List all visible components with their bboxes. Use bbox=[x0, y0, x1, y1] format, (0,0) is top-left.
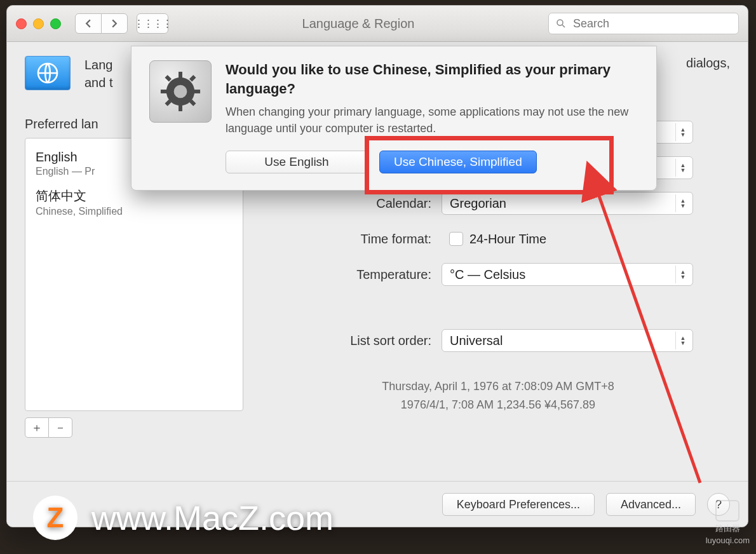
watermark: Z www.MacZ.com bbox=[33, 496, 334, 540]
temperature-row: Temperature: °C — Celsius ▲▼ bbox=[266, 259, 730, 290]
add-remove-controls: ＋ － bbox=[25, 417, 243, 438]
svg-rect-5 bbox=[179, 105, 182, 111]
stepper-arrows-icon: ▲▼ bbox=[675, 194, 690, 212]
temperature-select[interactable]: °C — Celsius ▲▼ bbox=[442, 263, 693, 286]
calendar-label: Calendar: bbox=[266, 196, 442, 211]
grid-icon: ⋮⋮⋮⋮ bbox=[133, 17, 172, 30]
search-field[interactable] bbox=[548, 13, 739, 34]
stepper-arrows-icon: ▲▼ bbox=[675, 332, 690, 349]
temperature-label: Temperature: bbox=[266, 267, 442, 282]
advanced-button[interactable]: Advanced... bbox=[606, 493, 696, 516]
back-button[interactable] bbox=[75, 13, 102, 34]
show-all-button[interactable]: ⋮⋮⋮⋮ bbox=[137, 13, 168, 34]
list-sort-row: List sort order: Universal ▲▼ bbox=[266, 325, 730, 356]
close-window-button[interactable] bbox=[16, 18, 27, 29]
intro-text-right: dialogs, bbox=[686, 56, 730, 71]
stepper-arrows-icon: ▲▼ bbox=[675, 266, 690, 283]
calendar-select[interactable]: Gregorian ▲▼ bbox=[442, 192, 693, 215]
system-preferences-icon bbox=[149, 60, 212, 123]
example-line-2: 1976/4/1, 7:08 AM 1,234.56 ¥4,567.89 bbox=[266, 396, 730, 414]
stepper-arrows-icon: ▲▼ bbox=[675, 123, 690, 141]
gear-icon bbox=[157, 68, 204, 115]
corner-watermark-sub: luyouqi.com bbox=[706, 536, 750, 545]
time-format-row: Time format: 24-Hour Time bbox=[266, 224, 730, 254]
time-format-label: Time format: bbox=[266, 232, 442, 247]
chevron-left-icon bbox=[84, 19, 93, 28]
remove-language-button[interactable]: － bbox=[48, 417, 72, 438]
chevron-right-icon bbox=[110, 19, 119, 28]
window-title: Language & Region bbox=[177, 17, 539, 31]
dialog-heading: Would you like to use Chinese, Simplifie… bbox=[226, 60, 638, 98]
language-region-icon bbox=[25, 56, 71, 90]
calendar-value: Gregorian bbox=[450, 196, 506, 211]
temperature-value: °C — Celsius bbox=[450, 267, 525, 282]
watermark-logo: Z bbox=[33, 496, 78, 540]
calendar-row: Calendar: Gregorian ▲▼ bbox=[266, 188, 730, 219]
example-line-1: Thursday, April 1, 1976 at 7:08:09 AM GM… bbox=[266, 377, 730, 396]
globe-icon bbox=[35, 60, 60, 86]
watermark-text: www.MacZ.com bbox=[91, 498, 334, 537]
search-input[interactable] bbox=[572, 17, 732, 31]
list-sort-select[interactable]: Universal ▲▼ bbox=[442, 329, 693, 352]
svg-rect-6 bbox=[161, 90, 167, 93]
time-format-value: 24-Hour Time bbox=[469, 232, 546, 247]
time-format-control: 24-Hour Time bbox=[442, 228, 692, 250]
add-language-button[interactable]: ＋ bbox=[25, 417, 49, 438]
maximize-window-button[interactable] bbox=[50, 18, 61, 29]
confirm-primary-language-dialog: Would you like to use Chinese, Simplifie… bbox=[131, 46, 657, 191]
keyboard-preferences-button[interactable]: Keyboard Preferences... bbox=[442, 493, 595, 516]
svg-rect-10 bbox=[189, 75, 196, 81]
minimize-window-button[interactable] bbox=[33, 18, 44, 29]
use-chinese-simplified-button[interactable]: Use Chinese, Simplified bbox=[379, 151, 537, 173]
intro-text: Lang and t bbox=[84, 56, 113, 91]
forward-button[interactable] bbox=[101, 13, 128, 34]
router-icon bbox=[715, 500, 739, 522]
nav-buttons bbox=[75, 13, 128, 34]
24-hour-time-checkbox[interactable] bbox=[449, 232, 463, 246]
window-controls bbox=[16, 18, 61, 29]
svg-rect-7 bbox=[194, 90, 200, 93]
language-subtitle: Chinese, Simplified bbox=[36, 206, 233, 217]
format-examples: Thursday, April 1, 1976 at 7:08:09 AM GM… bbox=[266, 377, 730, 414]
svg-rect-8 bbox=[165, 75, 172, 81]
corner-watermark-text: 路由器 bbox=[715, 523, 740, 534]
dialog-actions: Use English Use Chinese, Simplified bbox=[226, 151, 638, 173]
list-sort-label: List sort order: bbox=[266, 334, 442, 348]
corner-watermark: 路由器 luyouqi.com bbox=[706, 500, 750, 545]
stepper-arrows-icon: ▲▼ bbox=[675, 159, 690, 177]
svg-point-3 bbox=[174, 85, 187, 98]
use-english-button[interactable]: Use English bbox=[226, 151, 368, 173]
svg-rect-4 bbox=[179, 72, 182, 78]
search-icon bbox=[555, 18, 567, 29]
svg-point-0 bbox=[557, 20, 563, 25]
dialog-body: When changing your primary language, som… bbox=[226, 104, 638, 136]
toolbar: ⋮⋮⋮⋮ Language & Region bbox=[7, 6, 748, 42]
list-sort-value: Universal bbox=[450, 334, 503, 348]
